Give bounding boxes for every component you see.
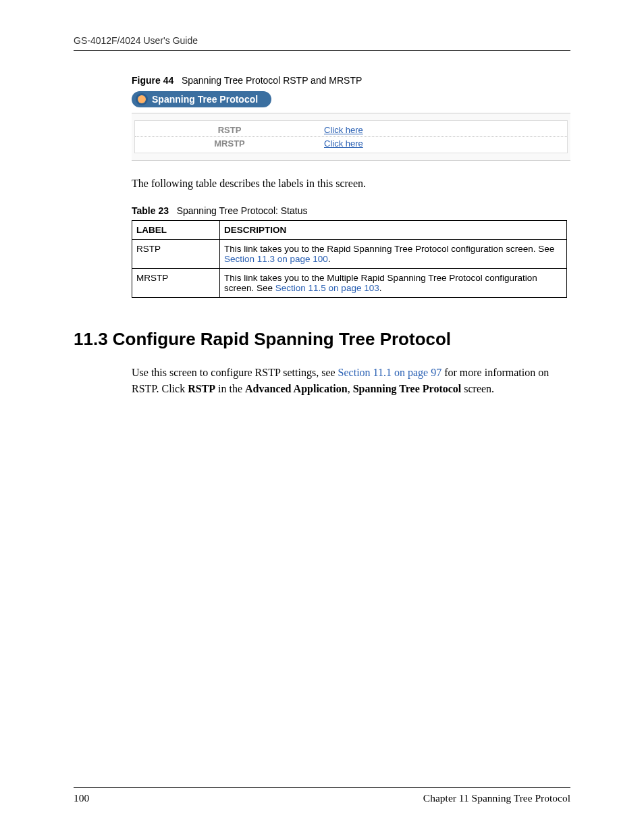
section-heading: 11.3 Configure Rapid Spanning Tree Proto… [74, 329, 570, 350]
table-row: MRSTP This link takes you to the Multipl… [132, 269, 567, 298]
panel-row-rstp-label: RSTP [135, 125, 324, 135]
p1-comma: , [348, 383, 353, 394]
p1-link[interactable]: Section 11.1 on page 97 [338, 367, 442, 378]
table-label: Table 23 [132, 205, 169, 216]
figure-caption-text: Spanning Tree Protocol RSTP and MRSTP [182, 75, 362, 86]
intro-text: The following table describes the labels… [132, 176, 570, 192]
p1-end: screen. [461, 383, 494, 394]
header-rule [74, 50, 570, 51]
panel-row-mrstp-link[interactable]: Click here [324, 138, 363, 149]
footer-chapter: Chapter 11 Spanning Tree Protocol [423, 792, 570, 804]
table-row: RSTP This link takes you to the Rapid Sp… [132, 240, 567, 269]
desc-link[interactable]: Section 11.3 on page 100 [224, 254, 328, 264]
panel-row-rstp: RSTP Click here [135, 124, 567, 137]
desc-text-pre: This link takes you to the Rapid Spannin… [224, 244, 554, 254]
panel-title-text: Spanning Tree Protocol [152, 91, 258, 107]
table-header-description: DESCRIPTION [220, 221, 567, 240]
panel-row-mrstp-label: MRSTP [135, 138, 324, 149]
table-caption: Table 23 Spanning Tree Protocol: Status [132, 205, 570, 216]
description-table: LABEL DESCRIPTION RSTP This link takes y… [132, 220, 567, 298]
desc-link[interactable]: Section 11.5 on page 103 [275, 283, 379, 293]
table-cell-desc: This link takes you to the Rapid Spannin… [220, 240, 567, 269]
p1-pre: Use this screen to configure RSTP settin… [132, 367, 338, 378]
desc-text-post: . [328, 254, 331, 264]
table-cell-label: MRSTP [132, 269, 220, 298]
footer-rule [74, 787, 570, 788]
screenshot-panel: Spanning Tree Protocol RSTP Click here M… [132, 91, 570, 161]
desc-text-post: . [379, 283, 382, 293]
panel-bullet-icon [136, 93, 148, 105]
header-guide-title: GS-4012F/4024 User's Guide [74, 35, 570, 46]
table-caption-text: Spanning Tree Protocol: Status [177, 205, 308, 216]
page-footer: 100 Chapter 11 Spanning Tree Protocol [74, 787, 570, 804]
panel-row-mrstp: MRSTP Click here [135, 137, 567, 150]
p1-bold-advapp: Advanced Application [245, 383, 348, 394]
panel-title-pill: Spanning Tree Protocol [132, 91, 271, 107]
figure-caption: Figure 44 Spanning Tree Protocol RSTP an… [132, 75, 570, 86]
panel-row-rstp-link[interactable]: Click here [324, 125, 363, 135]
p1-mid2: in the [215, 383, 245, 394]
p1-bold-stp: Spanning Tree Protocol [353, 383, 462, 394]
table-cell-label: RSTP [132, 240, 220, 269]
p1-bold-rstp: RSTP [188, 383, 215, 394]
section-paragraph: Use this screen to configure RSTP settin… [132, 365, 570, 397]
table-cell-desc: This link takes you to the Multiple Rapi… [220, 269, 567, 298]
figure-label: Figure 44 [132, 75, 173, 86]
footer-page-number: 100 [74, 792, 89, 804]
table-header-label: LABEL [132, 221, 220, 240]
